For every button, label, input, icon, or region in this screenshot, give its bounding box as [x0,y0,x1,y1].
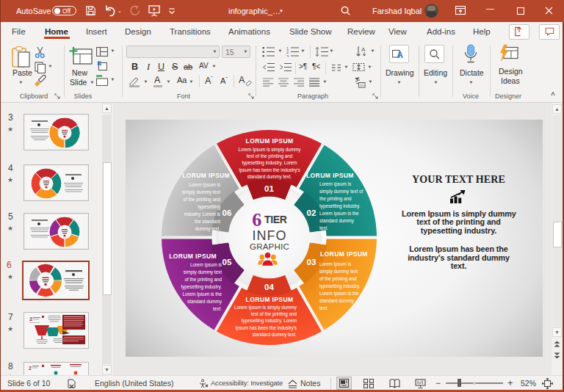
svg-text:A: A [361,46,366,53]
svg-text:A: A [397,50,403,60]
svg-text:01: 01 [264,184,274,193]
svg-text:3: 3 [286,54,289,58]
svg-text:04: 04 [264,283,274,291]
svg-text:05: 05 [223,258,232,266]
svg-text:2: 2 [29,316,33,322]
svg-text:03: 03 [307,258,317,266]
svg-text:2: 2 [29,366,32,371]
